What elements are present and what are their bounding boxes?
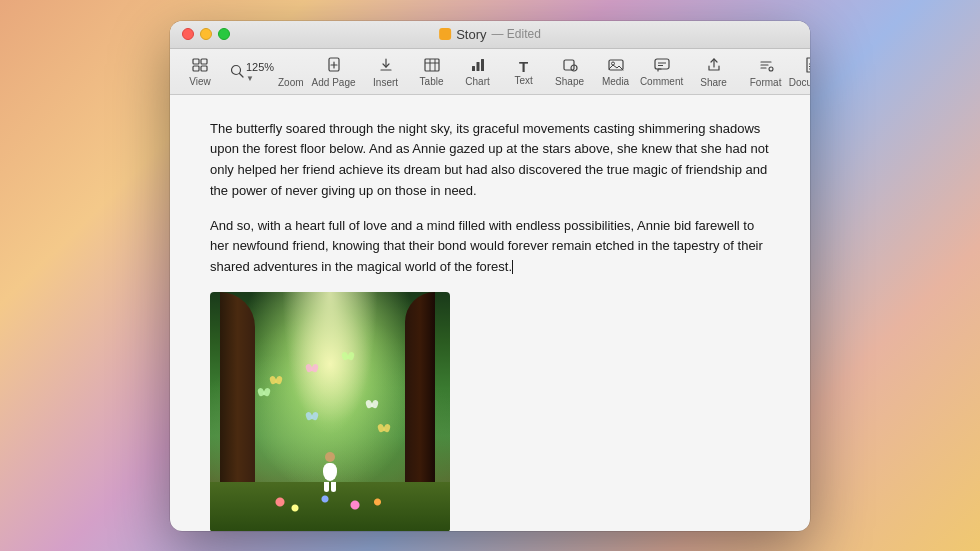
svg-rect-11 — [425, 59, 439, 71]
titlebar: Story — Edited — [170, 21, 810, 49]
svg-rect-17 — [481, 59, 484, 71]
text-icon: T — [519, 59, 528, 74]
paragraph-1: The butterfly soared through the night s… — [210, 119, 770, 202]
svg-rect-3 — [201, 66, 207, 71]
text-cursor — [512, 260, 513, 274]
add-page-button[interactable]: Add Page — [312, 55, 356, 90]
media-icon — [608, 58, 624, 75]
butterfly-3 — [366, 400, 378, 408]
story-image — [210, 292, 450, 530]
insert-label: Insert — [373, 77, 398, 88]
svg-rect-2 — [193, 66, 199, 71]
butterfly-2 — [342, 352, 354, 360]
format-label: Format — [750, 77, 782, 88]
figure-leg-right — [331, 482, 336, 492]
svg-rect-16 — [476, 62, 479, 71]
traffic-lights — [182, 28, 230, 40]
close-button[interactable] — [182, 28, 194, 40]
figure — [321, 452, 339, 487]
figure-head — [325, 452, 335, 462]
chart-icon — [470, 58, 486, 75]
table-label: Table — [420, 76, 444, 87]
svg-rect-22 — [655, 59, 669, 69]
shape-icon — [562, 58, 578, 75]
media-button[interactable]: Media — [594, 56, 638, 89]
zoom-arrow: ▼ — [246, 74, 254, 83]
media-label: Media — [602, 76, 629, 87]
add-page-icon — [326, 57, 342, 76]
toolbar: View 125% ▼ Zoom — [170, 49, 810, 95]
view-icon — [192, 58, 208, 75]
document-title: Story — [456, 27, 486, 42]
zoom-control[interactable]: 125% ▼ — [224, 59, 284, 85]
share-icon — [706, 57, 722, 76]
text-label: Text — [514, 75, 532, 86]
shape-label: Shape — [555, 76, 584, 87]
view-button[interactable]: View — [178, 56, 222, 89]
text-button[interactable]: T Text — [502, 57, 546, 88]
format-button[interactable]: Format — [744, 55, 788, 90]
svg-point-29 — [769, 67, 773, 71]
shape-button[interactable]: Shape — [548, 56, 592, 89]
butterfly-7 — [258, 388, 270, 396]
svg-rect-0 — [193, 59, 199, 64]
document-area[interactable]: The butterfly soared through the night s… — [170, 95, 810, 531]
butterfly-4 — [306, 412, 318, 420]
minimize-button[interactable] — [200, 28, 212, 40]
document-icon — [805, 57, 810, 76]
toolbar-row: View 125% ▼ Zoom — [170, 53, 810, 94]
svg-rect-1 — [201, 59, 207, 64]
chart-button[interactable]: Chart — [456, 56, 500, 89]
butterfly-5 — [306, 364, 318, 372]
share-button[interactable]: Share — [692, 55, 736, 90]
insert-icon — [378, 57, 394, 76]
figure-body — [323, 463, 337, 481]
table-icon — [424, 58, 440, 75]
light-beam — [282, 292, 378, 436]
image-canvas — [210, 292, 450, 530]
document-status: — Edited — [491, 27, 540, 41]
zoom-icon — [230, 64, 244, 80]
maximize-button[interactable] — [218, 28, 230, 40]
document-label: Document — [789, 77, 810, 88]
comment-icon — [654, 58, 670, 75]
chart-label: Chart — [465, 76, 489, 87]
figure-legs — [321, 482, 339, 492]
comment-label: Comment — [640, 76, 683, 87]
zoom-label: Zoom — [278, 77, 304, 88]
zoom-value: 125% — [246, 61, 274, 74]
page-content[interactable]: The butterfly soared through the night s… — [170, 95, 810, 531]
svg-rect-15 — [472, 66, 475, 71]
svg-line-5 — [240, 73, 244, 77]
document-button[interactable]: Document — [790, 55, 810, 90]
butterfly-1 — [270, 376, 282, 384]
table-button[interactable]: Table — [410, 56, 454, 89]
paragraph-2-text: And so, with a heart full of love and a … — [210, 218, 763, 275]
window-title: Story — Edited — [439, 27, 541, 42]
title-icon — [439, 28, 451, 40]
view-label: View — [189, 76, 211, 87]
add-page-label: Add Page — [312, 77, 356, 88]
format-icon — [758, 57, 774, 76]
comment-button[interactable]: Comment — [640, 56, 684, 89]
app-window: Story — Edited View — [170, 21, 810, 531]
paragraph-2: And so, with a heart full of love and a … — [210, 216, 770, 278]
butterfly-6 — [378, 424, 390, 432]
figure-leg-left — [324, 482, 329, 492]
share-label: Share — [700, 77, 727, 88]
insert-button[interactable]: Insert — [364, 55, 408, 90]
